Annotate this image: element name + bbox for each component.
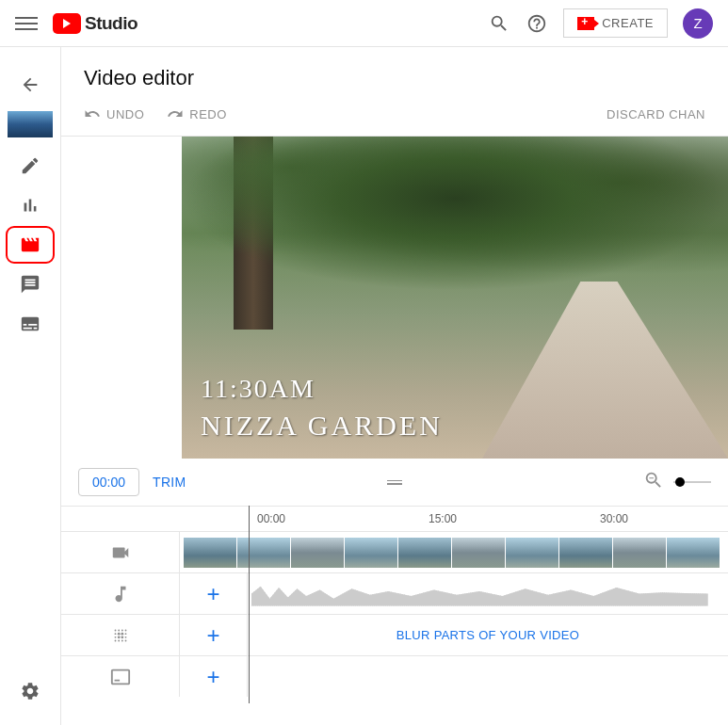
user-avatar[interactable]: Z — [683, 8, 713, 39]
svg-point-2 — [121, 629, 122, 631]
frame-thumb — [345, 538, 397, 568]
search-icon[interactable] — [480, 5, 518, 42]
svg-point-13 — [118, 639, 120, 641]
settings-icon[interactable] — [11, 672, 49, 710]
trim-button[interactable]: TRIM — [153, 475, 186, 490]
overlay-place-text: NIZZA GARDEN — [201, 410, 443, 442]
blur-parts-link[interactable]: BLUR PARTS OF YOUR VIDEO — [396, 628, 579, 642]
svg-point-7 — [124, 633, 126, 635]
drag-handle-icon[interactable] — [387, 478, 402, 487]
zoom-slider-thumb[interactable] — [675, 477, 685, 487]
frame-thumb — [237, 538, 290, 568]
menu-icon[interactable] — [15, 12, 38, 35]
svg-point-3 — [124, 629, 126, 631]
top-bar: Studio CREATE Z — [0, 0, 728, 47]
frame-thumb — [184, 538, 236, 568]
subtitles-icon[interactable] — [11, 305, 49, 343]
svg-point-15 — [124, 639, 126, 641]
timeline-playhead[interactable] — [249, 506, 250, 703]
svg-point-4 — [114, 633, 116, 635]
current-time-input[interactable]: 00:00 — [78, 468, 139, 496]
endscreen-track-icon — [61, 667, 179, 687]
add-endscreen-button[interactable]: + — [179, 656, 247, 697]
create-label: CREATE — [602, 16, 654, 30]
video-track-icon — [61, 542, 179, 563]
video-track-frames[interactable] — [179, 532, 728, 572]
create-button[interactable]: CREATE — [563, 8, 668, 38]
audio-waveform[interactable] — [247, 573, 728, 614]
back-icon[interactable] — [11, 66, 49, 104]
frame-thumb — [291, 538, 344, 568]
svg-point-12 — [114, 639, 116, 641]
svg-point-0 — [114, 629, 116, 631]
youtube-play-icon — [53, 13, 81, 34]
add-audio-button[interactable]: + — [179, 573, 247, 614]
svg-point-5 — [117, 632, 120, 635]
video-thumbnail[interactable] — [8, 111, 53, 137]
logo-text: Studio — [85, 13, 138, 34]
frame-thumb — [613, 538, 666, 568]
redo-button[interactable]: REDO — [167, 105, 227, 122]
editor-icon[interactable] — [6, 226, 55, 264]
blur-track-icon — [61, 625, 179, 646]
svg-point-14 — [121, 639, 122, 641]
analytics-icon[interactable] — [11, 186, 49, 224]
frame-thumb — [452, 538, 505, 568]
zoom-slider[interactable] — [673, 481, 711, 483]
svg-point-10 — [121, 636, 123, 638]
youtube-studio-logo[interactable]: Studio — [53, 13, 138, 34]
frame-thumb — [398, 538, 451, 568]
time-ruler[interactable]: 00:00 15:00 30:00 45 — [61, 507, 728, 531]
sidebar — [0, 47, 61, 725]
svg-point-9 — [117, 636, 120, 638]
svg-point-1 — [118, 629, 120, 631]
video-track — [61, 531, 728, 572]
video-preview[interactable]: 11:30AM NIZZA GARDEN — [182, 137, 728, 459]
comments-icon[interactable] — [11, 266, 49, 303]
blur-track: + BLUR PARTS OF YOUR VIDEO — [61, 614, 728, 655]
frame-thumb — [506, 538, 558, 568]
add-blur-button[interactable]: + — [179, 615, 247, 655]
discard-button[interactable]: DISCARD CHAN — [607, 107, 705, 121]
endscreen-track: + — [61, 655, 728, 697]
svg-point-6 — [121, 632, 123, 635]
svg-point-8 — [114, 636, 116, 637]
svg-point-11 — [124, 636, 126, 637]
overlay-time-text: 11:30AM — [201, 374, 315, 404]
create-camera-icon — [577, 17, 594, 30]
undo-button[interactable]: UNDO — [84, 105, 144, 122]
help-icon[interactable] — [518, 5, 556, 42]
details-icon[interactable] — [11, 147, 49, 185]
endscreen-track-content[interactable] — [247, 656, 728, 697]
time-mark: 00:00 — [257, 512, 285, 525]
time-mark: 15:00 — [429, 512, 457, 525]
time-mark: 30:00 — [600, 512, 628, 525]
page-title: Video editor — [84, 66, 705, 90]
frame-thumb — [667, 538, 720, 568]
audio-track-icon — [61, 584, 179, 604]
audio-track: + — [61, 572, 728, 614]
zoom-out-icon[interactable] — [643, 470, 664, 494]
frame-thumb — [559, 538, 612, 568]
